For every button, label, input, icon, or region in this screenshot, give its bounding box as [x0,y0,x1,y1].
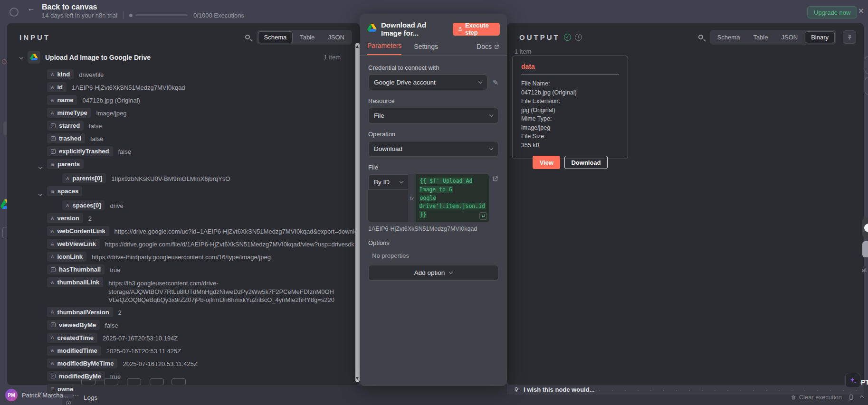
schema-row[interactable]: createdTime 2025-07-16T20:53:10.194Z [47,333,352,343]
schema-key-pill[interactable]: modifiedByMeTime [47,358,117,368]
tab-binary[interactable]: Binary [805,31,835,43]
schema-row[interactable]: modifiedTime 2025-07-16T20:53:11.425Z [47,346,352,356]
tab-schema[interactable]: Schema [711,31,746,43]
node-title[interactable]: Download Ad Image for... [381,21,448,37]
expand-expression-icon[interactable] [479,212,487,220]
binary-data-card: data File Name:04712b.jpg (Original)File… [512,56,628,159]
schema-row[interactable]: kind drive#file [47,69,352,79]
tab-table[interactable]: Table [747,31,774,43]
schema-row[interactable]: thumbnailLink https://lh3.googleusercont… [47,277,352,304]
open-expression-icon[interactable] [492,175,498,184]
schema-key-pill[interactable]: name [47,95,77,105]
schema-key-pill[interactable]: viewedByMe [47,320,100,330]
user-chip[interactable]: PM Patrick Marcha... ⋯ [5,389,80,401]
tab-json[interactable]: JSON [775,31,804,43]
sparkles-icon [849,377,857,385]
radio-button-icon[interactable] [10,8,19,17]
execute-step-button[interactable]: Execute step [452,22,500,36]
binary-field-label: File Name: [521,79,619,88]
chevron-up-icon[interactable] [860,395,864,399]
upgrade-now-button[interactable]: Upgrade now [807,6,857,19]
schema-key-pill[interactable]: spaces [47,186,82,196]
schema-key-pill[interactable]: spaces[0] [62,200,105,210]
schema-row[interactable]: parents [39,159,352,170]
schema-key-pill[interactable]: thumbnailVersion [47,307,113,317]
schema-row[interactable]: viewedByMe false [47,320,352,330]
view-button[interactable]: View [533,156,560,169]
schema-row[interactable]: spaces[0] drive [62,200,352,210]
schema-key-pill[interactable]: trashed [47,133,85,143]
close-icon[interactable]: ✕ [858,7,864,15]
info-icon[interactable]: i [575,34,582,41]
user-menu-icon[interactable]: ⋯ [73,391,80,399]
source-node-row[interactable]: Upload Ad Image to Google Drive 1 item [20,51,352,64]
schema-row[interactable]: iconLink https://drive-thirdparty.google… [47,252,352,262]
schema-row[interactable]: mimeType image/jpeg [47,108,352,118]
schema-key-pill[interactable]: modifiedByMe [47,371,105,381]
schema-key-pill[interactable]: thumbnailLink [47,277,103,287]
schema-row[interactable]: spaces [39,186,352,198]
schema-key-pill[interactable]: parents[0] [62,173,106,183]
schema-key-pill[interactable]: webViewLink [47,239,100,249]
schema-key-pill[interactable]: starred [47,121,84,131]
clear-execution-button[interactable]: Clear execution [791,394,842,401]
schema-key-pill[interactable]: explicitlyTrashed [47,146,113,156]
schema-value: 2025-07-16T20:53:11.425Z [123,360,197,367]
schema-key-pill[interactable]: modifiedTime [47,346,101,356]
tab-json[interactable]: JSON [322,31,351,43]
node-feedback-strip[interactable]: I wish this node would... [507,385,864,395]
schema-key-pill[interactable]: hasThumbnail [47,264,105,274]
schema-key-pill[interactable]: iconLink [47,252,86,262]
add-option-select[interactable]: Add option [368,265,498,281]
tab-parameters[interactable]: Parameters [367,42,401,55]
schema-row[interactable]: starred false [47,121,352,131]
tab-schema[interactable]: Schema [258,31,293,43]
file-mode-select[interactable]: By ID [368,174,408,190]
resource-select[interactable]: File [368,108,498,123]
schema-row[interactable]: webContentLink https://drive.google.com/… [47,226,352,236]
schema-key-pill[interactable]: mimeType [47,108,91,118]
search-icon[interactable] [245,35,250,39]
tab-settings[interactable]: Settings [414,43,438,55]
schema-row[interactable]: version 2 [47,213,352,223]
back-arrow-icon[interactable]: ← [28,4,35,12]
schema-key-pill[interactable]: version [47,213,83,223]
operation-select[interactable]: Download [368,141,498,157]
pin-data-button[interactable] [843,30,856,44]
schema-row[interactable]: parents[0] 1Ilpx9zbNKsKU0V-BM9mGLMmX6jbr… [62,173,352,183]
schema-key: createdTime [57,334,94,341]
pop-out-panel-icon[interactable] [848,394,854,400]
credential-select[interactable]: Google Drive account [368,75,487,90]
expression-toggle[interactable]: fx [408,174,416,222]
schema-row[interactable]: webViewLink https://drive.google.com/fil… [47,239,352,249]
schema-row[interactable]: explicitlyTrashed false [47,146,352,156]
schema-row[interactable]: thumbnailVersion 2 [47,307,352,317]
canvas-node-fragment [104,378,118,385]
scroll-down-icon[interactable] [356,377,359,380]
schema-key-pill[interactable]: id [47,82,67,92]
chevron-down-icon[interactable] [38,165,42,169]
schema-key-pill[interactable]: createdTime [47,333,97,343]
schema-key-pill[interactable]: kind [47,69,74,79]
input-scrollbar[interactable] [355,43,360,382]
back-to-canvas-link[interactable]: Back to canvas [42,3,97,11]
schema-row[interactable]: modifiedByMeTime 2025-07-16T20:53:11.425… [47,358,352,368]
schema-row[interactable]: name 04712b.jpg (Original) [47,95,352,105]
schema-row[interactable]: trashed false [47,133,352,143]
download-button[interactable]: Download [564,156,607,169]
schema-key-pill[interactable]: parents [47,159,84,169]
schema-row[interactable]: hasThumbnail true [47,264,352,274]
schema-row[interactable]: id 1AEIP6-HjZvt6XkSN51Medzg7MVI0kqad [47,82,352,92]
search-icon[interactable] [698,35,703,39]
logs-panel-toggle[interactable]: Logs [84,394,97,401]
scroll-up-icon[interactable] [356,45,359,48]
expression-editor[interactable]: {{ $(' Upload Ad Image to G oogle Drive'… [416,174,489,222]
edit-credential-icon[interactable]: ✎ [492,78,498,87]
ai-assistant-button[interactable] [845,373,860,388]
schema-key-pill[interactable]: webContentLink [47,226,109,236]
chevron-down-icon[interactable] [38,192,42,196]
chevron-down-icon[interactable] [19,55,23,59]
tab-table[interactable]: Table [294,31,321,43]
docs-link[interactable]: Docs [477,43,499,55]
avatar[interactable]: PM [5,389,18,401]
